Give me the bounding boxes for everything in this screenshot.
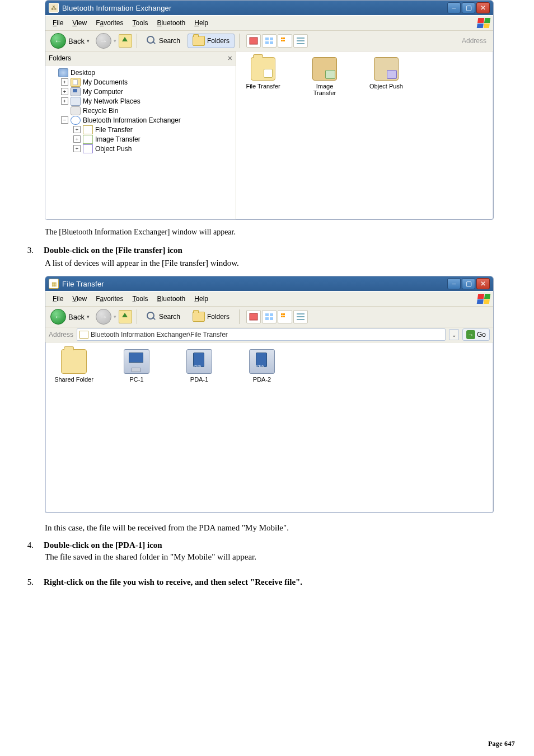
view-icons-4[interactable] — [293, 310, 308, 323]
titlebar[interactable]: ▦ File Transfer – ▢ ✕ — [45, 276, 493, 291]
minimize-button[interactable]: – — [447, 278, 461, 289]
view-icons-1[interactable] — [246, 310, 261, 323]
titlebar[interactable]: ⁂ Bluetooth Information Exchanger – ▢ ✕ — [45, 1, 493, 15]
window-body: Folders × Desktop +My Documents +My Comp… — [45, 51, 493, 219]
menu-tools[interactable]: Tools — [129, 294, 152, 304]
search-icon — [147, 36, 157, 46]
content-pane: File Transfer Image Transfer Object Push — [236, 51, 493, 219]
item-image-transfer[interactable]: Image Transfer — [302, 57, 347, 96]
object-push-icon — [83, 144, 93, 153]
expand-icon[interactable]: + — [61, 97, 68, 105]
svg-rect-18 — [283, 313, 285, 315]
tree-bt-exchanger[interactable]: −Bluetooth Information Exchanger — [49, 115, 233, 125]
forward-dropdown-icon: ▾ — [114, 38, 116, 44]
doc-text-after-win2: In this case, the file will be received … — [45, 523, 517, 533]
maximize-button[interactable]: ▢ — [462, 278, 475, 289]
expand-icon[interactable]: + — [61, 78, 68, 86]
menu-tools[interactable]: Tools — [129, 18, 152, 28]
tree-file-transfer[interactable]: +File Transfer — [49, 125, 233, 134]
view-icons-3[interactable] — [278, 34, 292, 48]
view-icons-3[interactable] — [278, 310, 292, 323]
item-object-push[interactable]: Object Push — [364, 57, 409, 90]
expand-icon[interactable]: + — [73, 135, 81, 143]
view-icons-2[interactable] — [262, 310, 277, 323]
item-file-transfer[interactable]: File Transfer — [241, 57, 285, 90]
back-button[interactable]: ← Back ▾ — [49, 307, 93, 326]
recycle-bin-icon — [71, 106, 81, 115]
item-shared-folder[interactable]: Shared Folder — [51, 349, 97, 383]
up-button[interactable] — [119, 310, 132, 323]
close-button[interactable]: ✕ — [476, 2, 490, 13]
tree-object-push[interactable]: +Object Push — [49, 144, 233, 153]
window-title: File Transfer — [62, 280, 444, 288]
folders-button[interactable]: Folders — [188, 309, 235, 324]
item-label: PDA-2 — [253, 376, 271, 383]
menubar: File View Favorites Tools Bluetooth Help — [45, 15, 493, 31]
folders-button[interactable]: Folders — [188, 34, 235, 48]
tree-recyclebin[interactable]: Recycle Bin — [49, 106, 233, 115]
menu-file[interactable]: File — [49, 18, 67, 28]
toolbar-separator-2 — [239, 34, 240, 48]
object-push-icon — [374, 57, 399, 81]
tree-image-transfer[interactable]: +Image Transfer — [49, 134, 233, 144]
svg-rect-0 — [250, 37, 257, 44]
tree-mydocs[interactable]: +My Documents — [49, 77, 233, 87]
svg-rect-7 — [281, 40, 283, 41]
back-dropdown-icon[interactable]: ▾ — [87, 314, 90, 320]
back-arrow-icon: ← — [50, 309, 66, 325]
search-button[interactable]: Search — [142, 34, 185, 48]
view-mode-group — [246, 310, 308, 323]
up-button[interactable] — [119, 34, 132, 48]
folder-icon — [193, 312, 205, 322]
expand-icon[interactable]: + — [73, 126, 81, 133]
svg-rect-1 — [265, 37, 269, 40]
folders-pane-close[interactable]: × — [228, 54, 232, 62]
menu-bluetooth[interactable]: Bluetooth — [153, 18, 190, 28]
menu-view[interactable]: View — [68, 18, 91, 28]
search-label: Search — [159, 37, 180, 45]
svg-rect-3 — [265, 41, 269, 44]
go-button[interactable]: → Go — [462, 328, 490, 341]
folder-tree: Desktop +My Documents +My Computer +My N… — [45, 65, 236, 156]
image-transfer-icon — [83, 135, 93, 144]
expand-icon[interactable]: + — [73, 145, 81, 152]
item-pda-1[interactable]: PDA PDA-1 — [176, 349, 222, 383]
tree-desktop[interactable]: Desktop — [49, 68, 233, 77]
folders-label: Folders — [207, 313, 229, 321]
windows-flag-icon — [477, 294, 491, 304]
address-field[interactable]: Bluetooth Information Exchanger\File Tra… — [77, 328, 446, 341]
minimize-button[interactable]: – — [447, 2, 461, 13]
forward-button[interactable]: → — [96, 33, 111, 49]
menu-favorites[interactable]: Favorites — [92, 18, 127, 28]
view-icons-1[interactable] — [246, 34, 261, 48]
menu-help[interactable]: Help — [190, 294, 212, 304]
svg-rect-2 — [270, 37, 273, 40]
file-transfer-icon — [83, 125, 93, 134]
svg-rect-19 — [281, 316, 283, 317]
step-4-body: The file saved in the shared folder in "… — [45, 552, 517, 562]
menu-favorites[interactable]: Favorites — [92, 294, 127, 304]
collapse-icon[interactable]: − — [61, 116, 68, 124]
back-dropdown-icon[interactable]: ▾ — [87, 38, 90, 44]
item-pc-1[interactable]: PC-1 — [114, 349, 160, 383]
view-icons-4[interactable] — [293, 34, 308, 48]
menu-bluetooth[interactable]: Bluetooth — [153, 294, 190, 304]
folders-pane-header: Folders × — [45, 51, 236, 65]
menu-file[interactable]: File — [49, 294, 67, 304]
item-label: Object Push — [369, 83, 403, 90]
item-pda-2[interactable]: PDA PDA-2 — [239, 349, 285, 383]
close-button[interactable]: ✕ — [476, 278, 490, 289]
tree-network[interactable]: +My Network Places — [49, 96, 233, 106]
expand-icon[interactable]: + — [61, 88, 68, 95]
svg-rect-14 — [270, 313, 273, 316]
back-button[interactable]: ← Back ▾ — [49, 31, 93, 50]
network-places-icon — [71, 97, 81, 106]
search-button[interactable]: Search — [142, 309, 185, 324]
address-dropdown[interactable]: ⌄ — [449, 329, 459, 340]
menu-help[interactable]: Help — [190, 18, 212, 28]
menu-view[interactable]: View — [68, 294, 91, 304]
tree-mycomputer[interactable]: +My Computer — [49, 87, 233, 96]
view-icons-2[interactable] — [262, 34, 277, 48]
maximize-button[interactable]: ▢ — [462, 2, 475, 13]
forward-button[interactable]: → — [96, 309, 111, 325]
